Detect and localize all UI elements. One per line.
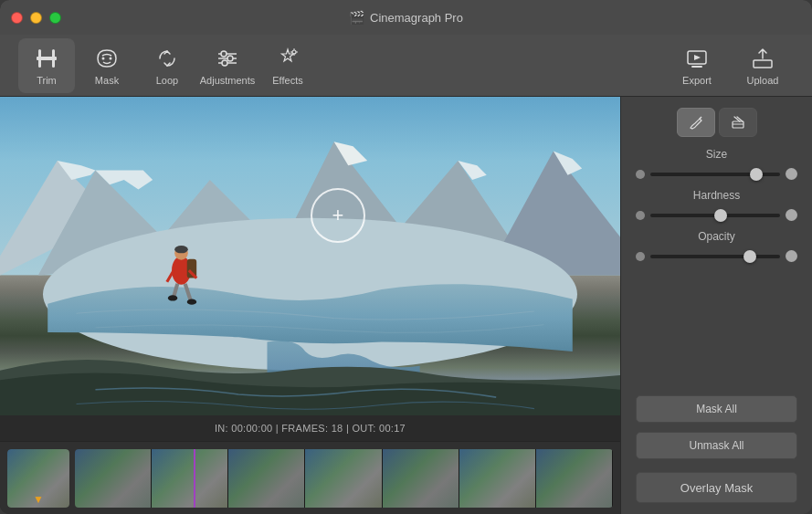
title-text: Cinemagraph Pro bbox=[370, 11, 463, 25]
opacity-slider-row bbox=[636, 250, 797, 262]
timeline-frame bbox=[228, 449, 305, 508]
minimize-button[interactable] bbox=[30, 12, 42, 24]
hardness-slider[interactable] bbox=[650, 214, 780, 217]
timecode-display: IN: 00:00:00 | FRAMES: 18 | OUT: 00:17 bbox=[215, 423, 406, 434]
main-content: + IN: 00:00:00 | FRAMES: 18 | OUT: 00:17… bbox=[0, 97, 812, 514]
svg-marker-13 bbox=[694, 55, 701, 60]
timeline[interactable]: ▼ bbox=[0, 441, 620, 514]
opacity-min-indicator bbox=[636, 252, 645, 261]
hardness-label: Hardness bbox=[636, 189, 797, 202]
mask-tool-button[interactable]: Mask bbox=[79, 38, 135, 93]
eraser-icon bbox=[730, 114, 746, 131]
unmask-all-button[interactable]: Unmask All bbox=[636, 432, 797, 459]
titlebar: 🎬 Cinemagraph Pro bbox=[0, 0, 812, 35]
export-icon bbox=[684, 46, 710, 71]
trim-icon bbox=[34, 46, 59, 71]
mask-label: Mask bbox=[95, 75, 119, 86]
export-button[interactable]: Export bbox=[666, 38, 728, 93]
svg-rect-15 bbox=[754, 60, 772, 68]
unmask-all-label: Unmask All bbox=[689, 439, 743, 452]
playhead[interactable] bbox=[194, 449, 195, 508]
trim-label: Trim bbox=[37, 75, 57, 86]
export-label: Export bbox=[682, 75, 712, 86]
brush-eraser-toggle bbox=[636, 108, 797, 137]
effects-label: Effects bbox=[272, 75, 302, 86]
adjustments-tool-button[interactable]: Adjustments bbox=[199, 38, 256, 93]
svg-point-3 bbox=[102, 57, 105, 59]
hardness-slider-row bbox=[636, 209, 797, 221]
effects-icon bbox=[275, 46, 301, 71]
svg-point-10 bbox=[222, 60, 227, 66]
timeline-frame bbox=[75, 449, 152, 508]
size-max-indicator bbox=[786, 168, 797, 180]
scene-overlay bbox=[0, 97, 620, 415]
svg-point-29 bbox=[174, 246, 188, 253]
size-min-indicator bbox=[636, 170, 645, 179]
upload-label: Upload bbox=[747, 75, 779, 86]
loop-icon bbox=[154, 46, 180, 71]
timeline-frame bbox=[383, 449, 459, 508]
hardness-control: Hardness bbox=[636, 189, 797, 221]
maximize-button[interactable] bbox=[49, 12, 61, 24]
mask-all-button[interactable]: Mask All bbox=[636, 395, 797, 423]
size-control: Size bbox=[636, 148, 797, 180]
timeline-frame bbox=[152, 449, 228, 508]
timeline-frame bbox=[305, 449, 382, 508]
timeline-frame bbox=[459, 449, 536, 508]
svg-point-34 bbox=[187, 299, 196, 305]
video-canvas[interactable]: + bbox=[0, 97, 620, 415]
hardness-max-indicator bbox=[786, 209, 797, 221]
upload-button[interactable]: Upload bbox=[732, 38, 794, 93]
opacity-slider[interactable] bbox=[650, 255, 780, 258]
eraser-button[interactable] bbox=[719, 108, 757, 137]
toolbar: Trim Mask Loop bbox=[0, 35, 812, 97]
size-slider[interactable] bbox=[650, 173, 780, 176]
timeline-thumbnail[interactable]: ▼ bbox=[7, 449, 69, 508]
hardness-min-indicator bbox=[636, 211, 645, 220]
app-icon: 🎬 bbox=[349, 10, 364, 25]
opacity-max-indicator bbox=[786, 250, 797, 262]
window-controls[interactable] bbox=[11, 12, 61, 24]
loop-tool-button[interactable]: Loop bbox=[139, 38, 195, 93]
trim-tool-button[interactable]: Trim bbox=[18, 38, 75, 93]
svg-point-33 bbox=[168, 295, 177, 300]
svg-line-37 bbox=[700, 117, 701, 119]
overlay-mask-label: Overlay Mask bbox=[680, 481, 753, 495]
size-slider-row bbox=[636, 168, 797, 180]
svg-point-9 bbox=[227, 56, 233, 61]
svg-point-4 bbox=[110, 57, 112, 59]
svg-rect-1 bbox=[38, 49, 41, 68]
svg-rect-14 bbox=[691, 66, 702, 68]
mask-all-label: Mask All bbox=[696, 403, 737, 415]
svg-rect-2 bbox=[52, 49, 55, 68]
app-title: 🎬 Cinemagraph Pro bbox=[349, 10, 463, 25]
svg-point-8 bbox=[221, 51, 227, 57]
brush-icon bbox=[688, 114, 704, 131]
mask-icon bbox=[94, 46, 120, 71]
size-label: Size bbox=[636, 148, 797, 161]
timeline-strip[interactable] bbox=[75, 449, 613, 508]
overlay-mask-button[interactable]: Overlay Mask bbox=[636, 472, 797, 503]
opacity-label: Opacity bbox=[636, 230, 797, 243]
right-panel: Size Hardness Opacity bbox=[620, 97, 812, 514]
effects-tool-button[interactable]: Effects bbox=[259, 38, 316, 93]
loop-label: Loop bbox=[156, 75, 178, 86]
brush-button[interactable] bbox=[677, 108, 715, 137]
adjustments-label: Adjustments bbox=[200, 75, 256, 86]
playhead-marker: ▼ bbox=[33, 493, 44, 506]
status-bar: IN: 00:00:00 | FRAMES: 18 | OUT: 00:17 bbox=[0, 415, 620, 441]
left-panel: + IN: 00:00:00 | FRAMES: 18 | OUT: 00:17… bbox=[0, 97, 620, 514]
timeline-frame bbox=[536, 449, 613, 508]
opacity-control: Opacity bbox=[636, 230, 797, 262]
close-button[interactable] bbox=[11, 12, 23, 24]
upload-icon bbox=[750, 46, 775, 71]
adjustments-icon bbox=[215, 46, 240, 71]
svg-point-11 bbox=[292, 50, 296, 54]
